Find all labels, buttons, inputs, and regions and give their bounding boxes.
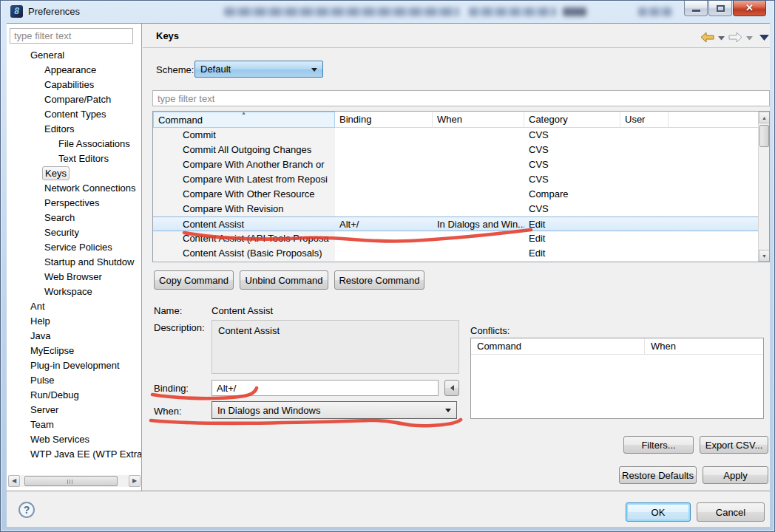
table-row[interactable]: Compare With Another Branch orCVS: [153, 157, 758, 172]
table-vertical-scrollbar[interactable]: ▲ ▼: [758, 112, 769, 262]
combo-arrow-icon: [445, 409, 451, 412]
table-header: Command▲ Binding When Category User: [153, 112, 769, 128]
table-row[interactable]: CommitCVS: [153, 128, 758, 143]
minimize-icon: [692, 10, 700, 12]
table-row[interactable]: Content Assist (API Tools ProposaEdit: [153, 231, 758, 246]
sidebar-item-security[interactable]: Security: [7, 225, 141, 240]
sidebar-item-help[interactable]: Help: [7, 314, 141, 329]
maximize-icon: [717, 5, 725, 12]
sidebar-item-editors[interactable]: Editors: [7, 122, 141, 137]
scroll-up-icon[interactable]: ▲: [759, 112, 770, 123]
column-header-command[interactable]: Command▲: [153, 112, 335, 128]
maximize-button[interactable]: [708, 1, 732, 16]
sidebar-item-ant[interactable]: Ant: [7, 299, 141, 314]
cancel-button[interactable]: Cancel: [697, 502, 765, 522]
table-row[interactable]: Compare With Other ResourceCompare: [153, 187, 758, 202]
redacted-title-text: [469, 7, 556, 16]
sidebar-item-capabilities[interactable]: Capabilities: [7, 78, 141, 92]
sidebar-item-compare-patch[interactable]: Compare/Patch: [7, 92, 141, 107]
when-combobox[interactable]: In Dialogs and Windows: [211, 401, 457, 419]
sidebar-item-web-services[interactable]: Web Services: [7, 432, 141, 447]
command-filter-input[interactable]: [152, 90, 770, 106]
column-header-filler: [669, 112, 769, 128]
scheme-combobox[interactable]: Default: [194, 61, 323, 78]
sidebar-item-java[interactable]: Java: [7, 329, 141, 344]
sidebar-filter-input[interactable]: [10, 28, 133, 44]
column-header-category[interactable]: Category: [524, 112, 620, 128]
restore-command-button[interactable]: Restore Command: [334, 270, 424, 290]
help-icon[interactable]: ?: [18, 502, 35, 518]
scroll-left-icon[interactable]: ◀: [8, 475, 20, 487]
ok-button[interactable]: OK: [626, 502, 691, 522]
binding-history-icon: [450, 385, 454, 391]
conflicts-column-command[interactable]: Command: [471, 338, 645, 354]
column-header-when[interactable]: When: [433, 112, 524, 128]
footer-separator: [7, 491, 770, 491]
title-bar[interactable]: 8 Preferences ✕: [1, 1, 774, 23]
forward-dropdown-icon[interactable]: [746, 35, 753, 41]
sidebar-item-team[interactable]: Team: [7, 417, 141, 432]
header-separator: [143, 47, 770, 48]
column-header-binding[interactable]: Binding: [335, 112, 433, 128]
minimize-button[interactable]: [684, 1, 708, 16]
forward-arrow-icon[interactable]: [728, 31, 742, 44]
export-csv-button[interactable]: Export CSV...: [700, 436, 768, 454]
sidebar-item-appearance[interactable]: Appearance: [7, 63, 141, 78]
sidebar-item-server[interactable]: Server: [7, 403, 141, 417]
scheme-value: Default: [200, 64, 231, 75]
history-navigation: [700, 31, 770, 46]
preferences-window: 8 Preferences ✕ GeneralAppearanceCapabil…: [0, 0, 775, 532]
combo-arrow-icon: [311, 68, 317, 72]
scrollbar-thumb[interactable]: [759, 125, 769, 147]
table-row[interactable]: Content AssistAlt+/In Dialogs and Win...…: [153, 216, 758, 231]
back-arrow-icon[interactable]: [700, 31, 714, 44]
sidebar-item-general[interactable]: General: [7, 48, 141, 63]
preferences-sidebar: GeneralAppearanceCapabilitiesCompare/Pat…: [7, 24, 142, 491]
sidebar-item-search[interactable]: Search: [7, 211, 141, 225]
sidebar-item-perspectives[interactable]: Perspectives: [7, 196, 141, 211]
name-label: Name:: [154, 305, 182, 316]
sidebar-item-keys[interactable]: Keys: [7, 166, 141, 181]
conflicts-column-when[interactable]: When: [645, 338, 676, 354]
scheme-label: Scheme:: [156, 64, 194, 75]
back-dropdown-icon[interactable]: [718, 35, 725, 41]
sidebar-item-text-editors[interactable]: Text Editors: [7, 151, 141, 166]
when-value: In Dialogs and Windows: [217, 405, 320, 416]
sidebar-item-wtp-java-ee-wtp-extras[interactable]: WTP Java EE (WTP Extras: [7, 447, 141, 462]
unbind-command-button[interactable]: Unbind Command: [240, 270, 328, 290]
window-title: Preferences: [28, 6, 80, 17]
scroll-right-icon[interactable]: ▶: [129, 475, 141, 487]
sidebar-horizontal-scrollbar[interactable]: ◀ ▶: [8, 475, 141, 487]
sidebar-item-file-associations[interactable]: File Associations: [7, 137, 141, 151]
scroll-down-icon[interactable]: ▼: [759, 250, 770, 262]
sidebar-item-pulse[interactable]: Pulse: [7, 373, 141, 388]
binding-history-button[interactable]: [444, 380, 459, 396]
sidebar-item-network-connections[interactable]: Network Connections: [7, 181, 141, 196]
redacted-title-text: [224, 7, 459, 16]
table-row[interactable]: Compare With Latest from ReposiCVS: [153, 172, 758, 187]
apply-button[interactable]: Apply: [703, 466, 768, 484]
table-row[interactable]: Compare With RevisionCVS: [153, 202, 758, 216]
sidebar-item-myeclipse[interactable]: MyEclipse: [7, 344, 141, 358]
sidebar-item-web-browser[interactable]: Web Browser: [7, 270, 141, 284]
sidebar-item-workspace[interactable]: Workspace: [7, 284, 141, 299]
sidebar-item-plug-in-development[interactable]: Plug-in Development: [7, 358, 141, 373]
scrollbar-thumb[interactable]: [24, 476, 118, 486]
restore-defaults-button[interactable]: Restore Defaults: [619, 466, 697, 484]
sidebar-item-service-policies[interactable]: Service Policies: [7, 240, 141, 255]
binding-input[interactable]: [211, 380, 439, 396]
view-menu-icon[interactable]: [759, 34, 769, 41]
close-button[interactable]: ✕: [733, 1, 766, 16]
table-row[interactable]: Commit All Outgoing ChangesCVS: [153, 143, 758, 157]
name-value: Content Assist: [211, 305, 273, 316]
key-bindings-table: Command▲ Binding When Category User Comm…: [152, 111, 770, 262]
sidebar-item-startup-and-shutdow[interactable]: Startup and Shutdow: [7, 255, 141, 270]
table-row[interactable]: Content Assist (Basic Proposals)Edit: [153, 246, 758, 261]
binding-label: Binding:: [154, 383, 189, 394]
sidebar-item-content-types[interactable]: Content Types: [7, 107, 141, 122]
copy-command-button[interactable]: Copy Command: [154, 270, 234, 290]
sidebar-item-run-debug[interactable]: Run/Debug: [7, 388, 141, 403]
filters-button[interactable]: Filters...: [623, 436, 694, 454]
column-header-user[interactable]: User: [620, 112, 669, 128]
redacted-title-text: [638, 7, 672, 16]
